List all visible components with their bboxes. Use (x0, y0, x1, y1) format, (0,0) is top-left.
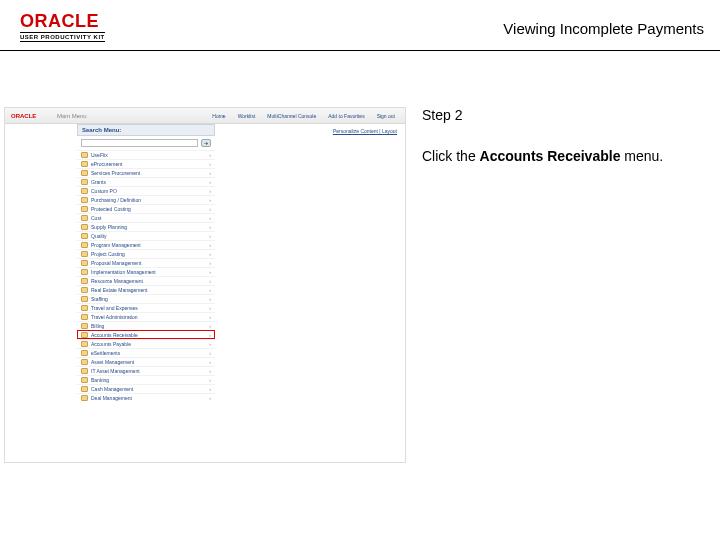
instruction-panel: Step 2 Click the Accounts Receivable men… (406, 51, 720, 463)
chevron-right-icon: › (209, 215, 211, 221)
menu-item-label: Travel Administration (91, 314, 138, 320)
menu-item-label: Travel and Expenses (91, 305, 138, 311)
menu-item-label: Accounts Receivable (91, 332, 138, 338)
folder-icon (81, 197, 88, 203)
folder-icon (81, 206, 88, 212)
menu-item[interactable]: Proposal Management› (77, 258, 215, 267)
menu-item[interactable]: Quality› (77, 231, 215, 240)
app-left-gutter (5, 124, 77, 462)
menu-item[interactable]: IT Asset Management› (77, 366, 215, 375)
step-heading: Step 2 (422, 107, 700, 123)
menu-item[interactable]: Cost› (77, 213, 215, 222)
chevron-right-icon: › (209, 278, 211, 284)
folder-icon (81, 296, 88, 302)
personalize-content-link[interactable]: Personalize Content | Layout (333, 128, 397, 134)
menu-item[interactable]: Implementation Management› (77, 267, 215, 276)
folder-icon (81, 152, 88, 158)
folder-icon (81, 323, 88, 329)
app-main-area: Personalize Content | Layout (215, 124, 405, 462)
menu-item[interactable]: Real Estate Management› (77, 285, 215, 294)
menu-item-label: Resource Management (91, 278, 143, 284)
menu-list: UseFlix›eProcurement›Services Procuremen… (77, 150, 215, 402)
menu-item-label: Deal Management (91, 395, 132, 401)
menu-item[interactable]: Grants› (77, 177, 215, 186)
menu-item[interactable]: Program Management› (77, 240, 215, 249)
link-favorites[interactable]: Add to Favorites (328, 113, 364, 119)
chevron-right-icon: › (209, 224, 211, 230)
menu-item[interactable]: Resource Management› (77, 276, 215, 285)
menu-search-go-button[interactable]: ➔ (201, 139, 211, 147)
menu-item-label: IT Asset Management (91, 368, 140, 374)
folder-icon (81, 287, 88, 293)
menu-item-label: Project Costing (91, 251, 125, 257)
folder-icon (81, 314, 88, 320)
menu-item-label: Implementation Management (91, 269, 156, 275)
chevron-right-icon: › (209, 386, 211, 392)
top-links: Home Worklist MultiChannel Console Add t… (212, 113, 405, 119)
menu-item[interactable]: Services Procurement› (77, 168, 215, 177)
menu-item[interactable]: eSettlements› (77, 348, 215, 357)
menu-item[interactable]: Travel and Expenses› (77, 303, 215, 312)
menu-item[interactable]: Project Costing› (77, 249, 215, 258)
menu-item[interactable]: Deal Management› (77, 393, 215, 402)
app-body: Search Menu: ➔ UseFlix›eProcurement›Serv… (5, 124, 405, 462)
mini-oracle-logo: ORACLE (5, 113, 53, 119)
folder-icon (81, 377, 88, 383)
menu-item[interactable]: eProcurement› (77, 159, 215, 168)
chevron-right-icon: › (209, 287, 211, 293)
page-title: Viewing Incomplete Payments (503, 12, 704, 37)
chevron-right-icon: › (209, 233, 211, 239)
chevron-right-icon: › (209, 377, 211, 383)
chevron-right-icon: › (209, 251, 211, 257)
menu-item[interactable]: Billing› (77, 321, 215, 330)
link-signout[interactable]: Sign out (377, 113, 395, 119)
chevron-right-icon: › (209, 350, 211, 356)
menu-item-label: UseFlix (91, 152, 108, 158)
menu-item[interactable]: Travel Administration› (77, 312, 215, 321)
menu-item[interactable]: UseFlix› (77, 150, 215, 159)
menu-item[interactable]: Staffing› (77, 294, 215, 303)
menu-item[interactable]: Custom PO› (77, 186, 215, 195)
folder-icon (81, 215, 88, 221)
menu-item-label: Protected Costing (91, 206, 131, 212)
folder-icon (81, 359, 88, 365)
folder-icon (81, 188, 88, 194)
menu-item-label: Cash Management (91, 386, 133, 392)
main-menu-dropdown[interactable]: Main Menu (53, 113, 87, 119)
step-text-before: Click the (422, 148, 480, 164)
link-multichannel[interactable]: MultiChannel Console (267, 113, 316, 119)
chevron-right-icon: › (209, 269, 211, 275)
chevron-right-icon: › (209, 314, 211, 320)
menu-item[interactable]: Supply Planning› (77, 222, 215, 231)
chevron-right-icon: › (209, 179, 211, 185)
chevron-right-icon: › (209, 341, 211, 347)
link-home[interactable]: Home (212, 113, 225, 119)
oracle-logo: ORACLE USER PRODUCTIVITY KIT (20, 12, 105, 42)
chevron-right-icon: › (209, 161, 211, 167)
menu-item[interactable]: Asset Management› (77, 357, 215, 366)
menu-item[interactable]: Protected Costing› (77, 204, 215, 213)
menu-item-label: Program Management (91, 242, 141, 248)
folder-icon (81, 224, 88, 230)
folder-icon (81, 170, 88, 176)
chevron-right-icon: › (209, 359, 211, 365)
link-worklist[interactable]: Worklist (238, 113, 256, 119)
menu-item[interactable]: Accounts Payable› (77, 339, 215, 348)
folder-icon (81, 233, 88, 239)
menu-item-label: Staffing (91, 296, 108, 302)
menu-item-label: Real Estate Management (91, 287, 147, 293)
folder-icon (81, 386, 88, 392)
menu-search-input[interactable] (81, 139, 198, 147)
step-text-after: menu. (620, 148, 663, 164)
menu-item-label: Asset Management (91, 359, 134, 365)
menu-item[interactable]: Cash Management› (77, 384, 215, 393)
menu-item[interactable]: Banking› (77, 375, 215, 384)
menu-item-label: Grants (91, 179, 106, 185)
menu-item-accounts-receivable[interactable]: Accounts Receivable› (77, 330, 215, 339)
chevron-right-icon: › (209, 305, 211, 311)
menu-search-row: ➔ (77, 136, 215, 150)
menu-item-label: eSettlements (91, 350, 120, 356)
chevron-right-icon: › (209, 323, 211, 329)
menu-item[interactable]: Purchasing / Definition› (77, 195, 215, 204)
main-menu-panel: Search Menu: ➔ UseFlix›eProcurement›Serv… (77, 124, 215, 462)
